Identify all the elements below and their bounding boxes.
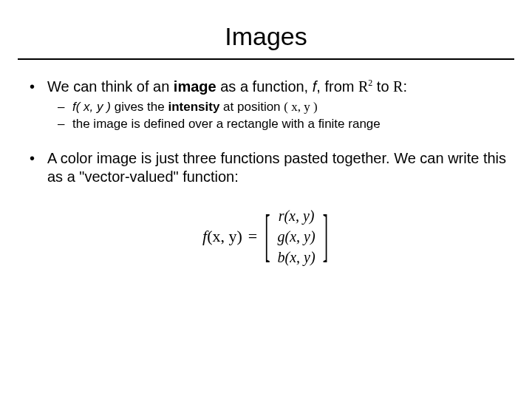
equation: f(x, y) = [ r(x, y) g(x, y) b(x, y) ] xyxy=(21,207,511,266)
b1-colon: : xyxy=(403,78,407,95)
b1-R1: R xyxy=(358,78,368,95)
s1-fxy: f( x, y ) xyxy=(72,100,111,114)
b1-to: to xyxy=(372,78,393,95)
slide-title: Images xyxy=(0,21,532,52)
eqn-column: r(x, y) g(x, y) b(x, y) xyxy=(278,207,316,266)
s1-post: at position xyxy=(219,100,284,114)
sub-2: the image is defined over a rectangle wi… xyxy=(47,116,511,132)
eqn-args: (x, y) xyxy=(207,227,242,245)
bullet-list: We can think of an image as a function, … xyxy=(21,78,511,187)
b1-mid: as a function, xyxy=(216,78,313,95)
bullet-1: We can think of an image as a function, … xyxy=(21,78,511,132)
eqn-lbracket: [ xyxy=(263,207,271,265)
b1-pre: We can think of an xyxy=(47,78,174,95)
bullet-2: A color image is just three functions pa… xyxy=(21,149,511,186)
eqn-row-r: r(x, y) xyxy=(278,207,316,225)
sub-1: f( x, y ) gives the intensity at positio… xyxy=(47,99,511,115)
title-block: Images xyxy=(0,0,532,52)
eqn-rbracket: ] xyxy=(321,207,330,265)
s1-bold: intensity xyxy=(168,100,219,114)
eqn-eq: = xyxy=(248,226,257,247)
s1-xy: ( x, y ) xyxy=(284,100,317,114)
b1-R2: R xyxy=(393,78,403,95)
b1-post1: , from xyxy=(316,78,358,95)
eqn-row-g: g(x, y) xyxy=(278,228,316,245)
eqn-row-b: b(x, y) xyxy=(278,248,316,266)
sub-list: f( x, y ) gives the intensity at positio… xyxy=(47,99,511,132)
slide-body: We can think of an image as a function, … xyxy=(0,60,532,267)
s1-mid: gives the xyxy=(111,100,168,114)
b1-bold: image xyxy=(174,78,216,95)
slide: Images We can think of an image as a fun… xyxy=(0,0,532,399)
